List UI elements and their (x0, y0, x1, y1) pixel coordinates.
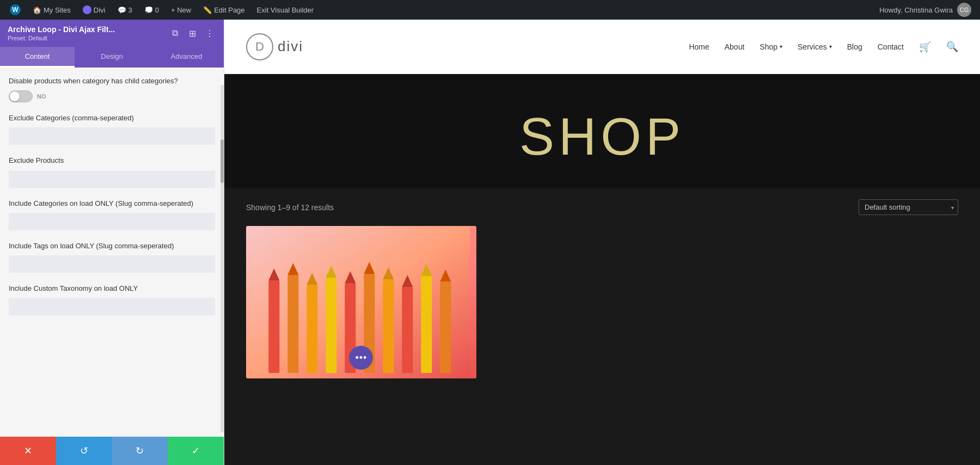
field-group-exclude-categories: Exclude Categories (comma-seperated) (9, 113, 215, 145)
field-group-include-tags: Include Tags on load ONLY (Slug comma-se… (9, 241, 215, 273)
nav-services[interactable]: Services (798, 42, 832, 51)
site-header: D divi Home About Shop Services Blog Con… (224, 20, 980, 74)
grid-icon[interactable]: ⊞ (186, 27, 199, 40)
redo-button[interactable]: ↻ (112, 437, 168, 465)
product-image-1: ••• (246, 226, 476, 378)
include-categories-label: Include Categories on load ONLY (Slug co… (9, 199, 215, 209)
panel-preset: Preset: Default (8, 35, 115, 41)
howdy-text: Howdy, Christina Gwira (879, 6, 953, 14)
three-dots-button[interactable]: ••• (349, 346, 373, 370)
include-categories-input[interactable] (9, 213, 215, 230)
new-button[interactable]: + New (166, 0, 197, 20)
undo-button[interactable]: ↺ (56, 437, 112, 465)
nav-home[interactable]: Home (689, 42, 709, 51)
site-logo: D divi (246, 33, 303, 60)
comment-icon: 💬 (118, 6, 126, 14)
exit-builder-button[interactable]: Exit Visual Builder (252, 0, 320, 20)
tab-advanced[interactable]: Advanced (149, 47, 224, 68)
avatar[interactable]: CG (957, 3, 971, 17)
include-tags-input[interactable] (9, 255, 215, 273)
my-sites-button[interactable]: 🏠 My Sites (27, 0, 76, 20)
product-grid: ••• (246, 226, 958, 378)
nav-shop[interactable]: Shop (759, 42, 782, 51)
save-button[interactable]: ✓ (168, 437, 224, 465)
bubble-icon: 💭 (144, 6, 153, 14)
admin-bar-right: Howdy, Christina Gwira CG (879, 3, 976, 17)
panel-content: Disable products when category has child… (0, 68, 224, 437)
new-label: + New (171, 6, 191, 14)
admin-bar: W 🏠 My Sites Divi 💬 3 💭 0 + New ✏️ Edit … (0, 0, 980, 20)
bubble-count: 0 (155, 6, 159, 14)
copy-icon[interactable]: ⧉ (168, 27, 181, 40)
scroll-thumb (220, 139, 224, 183)
svg-rect-7 (326, 278, 336, 373)
left-panel: Archive Loop - Divi Ajax Filt... Preset:… (0, 20, 224, 465)
tab-design[interactable]: Design (75, 47, 149, 68)
my-sites-label: My Sites (44, 6, 71, 14)
panel-tabs: Content Design Advanced (0, 47, 224, 68)
cart-icon[interactable]: 🛒 (919, 41, 931, 53)
panel-header-icons: ⧉ ⊞ ⋮ (168, 27, 216, 40)
field-group-exclude-products: Exclude Products (9, 156, 215, 187)
comments-count: 3 (128, 6, 132, 14)
panel-title: Archive Loop - Divi Ajax Filt... (8, 25, 115, 34)
svg-rect-13 (383, 279, 394, 373)
svg-rect-17 (421, 276, 432, 373)
svg-rect-3 (287, 275, 298, 373)
shop-content: Showing 1–9 of 12 results Default sortin… (224, 188, 980, 465)
exclude-products-label: Exclude Products (9, 156, 215, 166)
edit-page-label: Edit Page (214, 6, 244, 14)
field-group-include-categories: Include Categories on load ONLY (Slug co… (9, 199, 215, 230)
scrollbar[interactable] (220, 85, 224, 432)
cancel-button[interactable]: ✕ (0, 437, 56, 465)
panel-header: Archive Loop - Divi Ajax Filt... Preset:… (0, 20, 224, 47)
toggle-knob (10, 91, 20, 101)
wordpress-icon: W (10, 4, 21, 15)
tab-content[interactable]: Content (0, 47, 75, 68)
site-nav: Home About Shop Services Blog Contact 🛒 … (689, 41, 958, 53)
exclude-products-input[interactable] (9, 170, 215, 188)
include-taxonomy-label: Include Custom Taxonomy on load ONLY (9, 284, 215, 293)
field-group-include-taxonomy: Include Custom Taxonomy on load ONLY (9, 284, 215, 315)
toggle-wrapper: NO (9, 90, 215, 102)
include-taxonomy-input[interactable] (9, 298, 215, 315)
sort-select[interactable]: Default sorting Sort by popularity Sort … (859, 199, 958, 215)
bubble-button[interactable]: 💭 0 (139, 0, 164, 20)
panel-bottom-bar: ✕ ↺ ↻ ✓ (0, 437, 224, 465)
shop-hero-title: SHOP (519, 107, 685, 167)
comments-button[interactable]: 💬 3 (112, 0, 138, 20)
nav-about[interactable]: About (725, 42, 745, 51)
more-options-icon[interactable]: ⋮ (203, 27, 216, 40)
divi-label: Divi (94, 6, 106, 14)
sort-wrapper: Default sorting Sort by popularity Sort … (859, 199, 958, 215)
shop-toolbar: Showing 1–9 of 12 results Default sortin… (246, 199, 958, 215)
hero-section: SHOP (224, 74, 980, 188)
admin-bar-left: W 🏠 My Sites Divi 💬 3 💭 0 + New ✏️ Edit … (4, 0, 319, 20)
svg-rect-19 (440, 282, 451, 373)
disable-products-toggle[interactable] (9, 90, 33, 102)
edit-page-button[interactable]: ✏️ Edit Page (198, 0, 250, 20)
wp-logo-button[interactable]: W (4, 0, 26, 20)
logo-d-letter: D (255, 40, 264, 54)
logo-circle: D (246, 33, 273, 60)
nav-blog[interactable]: Blog (847, 42, 862, 51)
exclude-categories-label: Exclude Categories (comma-seperated) (9, 113, 215, 123)
results-count: Showing 1–9 of 12 results (246, 203, 334, 212)
main-layout: Archive Loop - Divi Ajax Filt... Preset:… (0, 20, 980, 465)
exclude-categories-input[interactable] (9, 127, 215, 145)
panel-title-area: Archive Loop - Divi Ajax Filt... Preset:… (8, 25, 115, 41)
divi-icon (83, 5, 91, 14)
nav-contact[interactable]: Contact (878, 42, 904, 51)
svg-rect-1 (268, 280, 279, 373)
toggle-state-label: NO (37, 93, 46, 100)
logo-text: divi (278, 38, 303, 55)
product-card-1[interactable]: ••• (246, 226, 476, 378)
svg-rect-5 (307, 285, 317, 373)
preview-area: D divi Home About Shop Services Blog Con… (224, 20, 980, 465)
exit-builder-label: Exit Visual Builder (257, 6, 314, 14)
house-icon: 🏠 (33, 6, 41, 14)
field-group-disable-products: Disable products when category has child… (9, 76, 215, 102)
divi-button[interactable]: Divi (77, 0, 111, 20)
search-icon[interactable]: 🔍 (946, 41, 958, 53)
svg-rect-15 (402, 287, 413, 373)
